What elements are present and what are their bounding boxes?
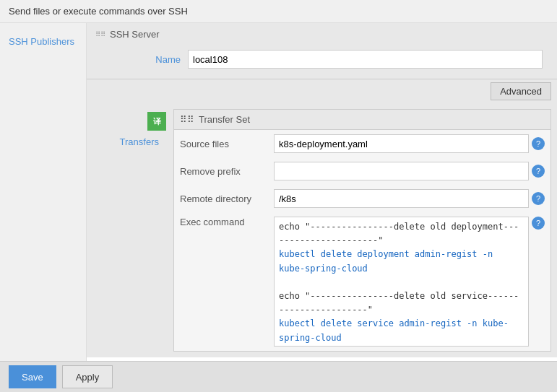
transfer-set-label: Transfer Set <box>199 114 250 125</box>
name-row: Name <box>95 45 548 73</box>
name-input[interactable] <box>188 50 543 69</box>
sidebar-item-ssh-publishers[interactable]: SSH Publishers <box>0 30 86 53</box>
transfers-section: 译 Transfers ⠿⠿ Transfer Set Source files… <box>87 103 557 357</box>
advanced-btn-container: Advanced <box>87 79 557 103</box>
advanced-button[interactable]: Advanced <box>491 82 551 100</box>
remote-directory-input[interactable] <box>274 189 529 208</box>
footer: Save Apply <box>0 361 557 392</box>
page-title: Send files or execute commands over SSH <box>0 0 557 23</box>
source-files-row: Source files ? <box>174 130 550 157</box>
remove-prefix-input[interactable] <box>274 162 529 180</box>
remote-directory-row: Remote directory ? <box>174 185 550 212</box>
apply-button[interactable]: Apply <box>62 365 113 388</box>
remove-prefix-label: Remove prefix <box>180 166 274 177</box>
remove-prefix-row: Remove prefix ? <box>174 157 550 185</box>
transfers-label: Transfers <box>87 131 166 147</box>
translate-icon[interactable]: 译 <box>147 112 166 131</box>
transfer-set-dots-icon: ⠿⠿ <box>180 114 194 125</box>
exec-command-display[interactable]: echo "----------------delete old deploym… <box>274 217 529 347</box>
ssh-server-section: ⠿⠿ SSH Server Name <box>87 23 557 79</box>
source-files-label: Source files <box>180 139 274 149</box>
content-area: ⠿⠿ SSH Server Name Advanced 译 Transfers … <box>87 23 557 361</box>
source-files-help-icon[interactable]: ? <box>532 137 545 150</box>
ssh-server-label: SSH Server <box>110 29 160 40</box>
source-files-input[interactable] <box>274 134 529 153</box>
exec-command-row: Exec command echo "----------------delet… <box>174 212 550 351</box>
remove-prefix-help-icon[interactable]: ? <box>532 165 545 178</box>
remote-directory-help-icon[interactable]: ? <box>532 192 545 205</box>
exec-command-help-icon[interactable]: ? <box>532 217 545 230</box>
sidebar: SSH Publishers <box>0 23 87 361</box>
transfer-set-header: ⠿⠿ Transfer Set <box>174 110 550 130</box>
name-label: Name <box>101 54 188 65</box>
ssh-server-header: ⠿⠿ SSH Server <box>95 29 548 40</box>
remote-directory-label: Remote directory <box>180 193 274 204</box>
save-button[interactable]: Save <box>9 365 56 388</box>
exec-command-label: Exec command <box>180 217 274 227</box>
header-dots-icon: ⠿⠿ <box>95 30 105 38</box>
transfer-set-container: ⠿⠿ Transfer Set Source files ? Remove pr… <box>173 109 551 352</box>
